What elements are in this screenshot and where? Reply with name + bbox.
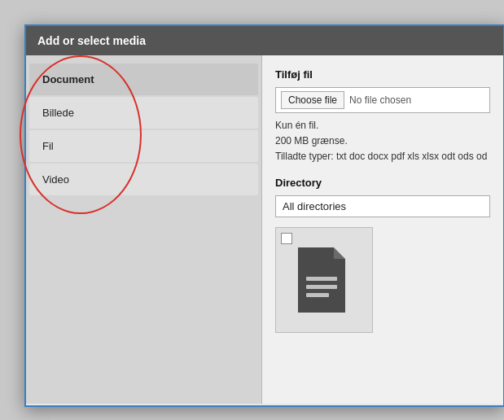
directory-label: Directory — [275, 177, 490, 189]
modal-dialog: Add or select media Document Billede Fil… — [24, 24, 504, 407]
document-icon — [298, 247, 350, 313]
modal-header: Add or select media — [26, 26, 503, 55]
media-item-checkbox[interactable] — [281, 233, 292, 244]
choose-file-button[interactable]: Choose file — [281, 91, 344, 109]
sidebar-item-fil[interactable]: Fil — [29, 130, 258, 162]
add-file-label: Tilføj fil — [275, 68, 490, 81]
svg-rect-4 — [306, 293, 329, 297]
file-hints: Kun én fil. 200 MB grænse. Tilladte type… — [275, 118, 490, 165]
svg-rect-3 — [306, 285, 337, 289]
content-area: Tilføj fil Choose file No file chosen Ku… — [262, 55, 503, 404]
sidebar-item-video[interactable]: Video — [29, 164, 258, 195]
file-input-row: Choose file No file chosen — [275, 87, 490, 113]
hint-types: Tilladte typer: txt doc docx pdf xls xls… — [275, 149, 490, 164]
directory-select[interactable]: All directories — [275, 195, 490, 217]
svg-rect-2 — [306, 277, 337, 281]
modal-title: Add or select media — [37, 34, 146, 47]
hint-size: 200 MB grænse. — [275, 133, 490, 149]
sidebar-item-billede[interactable]: Billede — [29, 97, 258, 129]
hint-one-file: Kun én fil. — [275, 118, 490, 133]
modal-body: Document Billede Fil Video Tilføj fil Ch… — [26, 55, 503, 404]
sidebar: Document Billede Fil Video — [26, 55, 262, 404]
svg-marker-1 — [334, 247, 345, 259]
no-file-text: No file chosen — [349, 94, 411, 106]
media-item-document[interactable] — [275, 227, 373, 333]
media-grid — [275, 227, 490, 333]
sidebar-item-document[interactable]: Document — [29, 63, 258, 95]
directory-section: Directory All directories — [275, 177, 490, 217]
